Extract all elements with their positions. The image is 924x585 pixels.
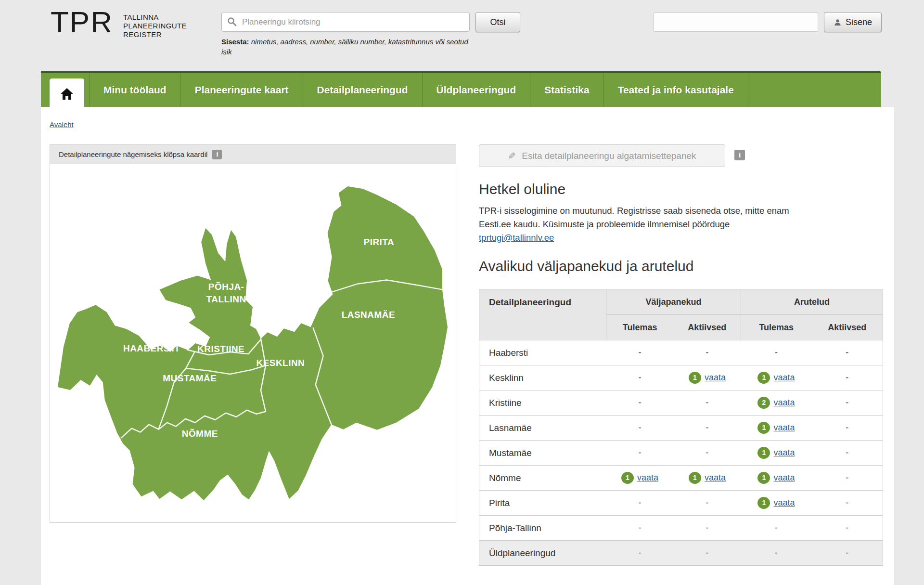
district-label-pirita[interactable]: PIRITA [364,237,395,247]
vaata-link[interactable]: vaata [705,373,726,382]
tallinn-districts-map[interactable]: PIRITA PÕHJA- TALLINN LASNAMÄE HAABERSTI… [50,164,456,521]
district-label-pohja[interactable]: PÕHJA- [208,282,244,292]
district-label-nomme[interactable]: NÕMME [182,429,218,439]
cell-value: - [606,441,673,466]
cell-value: - [811,390,883,416]
district-label-haabersti[interactable]: HAABERSTI [123,343,179,353]
cell-value: - [673,491,741,516]
login-button[interactable]: Sisene [824,12,882,32]
tab-minu-toolaud[interactable]: Minu töölaud [89,73,181,107]
cell-value: - [741,340,812,365]
exhibitions-heading: Avalikud väljapanekud ja arutelud [479,258,693,274]
cell-value: - [606,340,673,365]
subheader-aktiivsed: Aktiivsed [811,315,883,340]
cell-value: 1vaata [741,491,812,516]
map-panel-header: Detailplaneeringute nägemiseks klõpsa ka… [50,145,456,164]
cell-value: 1vaata [673,466,741,491]
row-label: Kesklinn [479,365,606,390]
tab-statistika[interactable]: Statistika [530,73,603,107]
row-label: Haabersti [479,340,606,365]
row-label: Lasnamäe [479,416,606,441]
cell-value: - [606,541,673,566]
search-hint-line1: nimetus, aadress, number, säiliku number… [251,38,468,46]
district-label-mustamae[interactable]: MUSTAMÄE [163,373,217,383]
count-badge: 1 [757,372,770,384]
vaata-link[interactable]: vaata [773,473,795,482]
important-text: TPR-i sisselogimine on muutunud. Registr… [479,204,883,245]
search-box [221,12,470,32]
login-button-label: Sisene [846,17,872,27]
vaata-link[interactable]: vaata [773,398,795,407]
support-email-link[interactable]: tprtugi@tallinnlv.ee [479,233,554,243]
count-badge: 1 [757,422,770,434]
info-icon[interactable]: i [212,150,222,159]
cell-value: 2vaata [741,390,812,416]
user-icon [834,18,842,26]
count-badge: 1 [757,447,770,459]
cell-value: - [606,390,673,416]
cell-value: - [606,416,673,441]
cell-value: - [673,441,741,466]
city-silhouette[interactable] [58,186,448,500]
tab-detailplaneeringud[interactable]: Detailplaneeringud [303,73,423,107]
cell-value: 1vaata [673,365,741,390]
login-input[interactable] [654,13,818,32]
tab-planeeringute-kaart[interactable]: Planeeringute kaart [181,73,303,107]
search-icon [227,17,237,26]
group-header-arutelud: Arutelud [741,289,883,315]
table-row-kristiine: Kristiine - - 2vaata - [479,390,883,416]
district-label-lasnamae[interactable]: LASNAMÄE [342,310,395,320]
cell-value: - [811,365,883,390]
search-button[interactable]: Otsi [475,12,520,32]
cell-value: - [673,541,741,566]
cell-value: - [673,390,741,416]
subheader-tulemas: Tulemas [741,315,812,340]
column-header-detailplaneeringud: Detailplaneeringud [479,289,606,340]
cell-value: - [811,491,883,516]
district-label-kristiine[interactable]: KRISTIINE [197,344,244,354]
map-panel-title: Detailplaneeringute nägemiseks klõpsa ka… [59,150,207,158]
cell-value: - [811,516,883,541]
cell-value: - [606,516,673,541]
cell-value: 1vaata [741,365,812,390]
district-label-tallinn[interactable]: TALLINN [206,294,246,304]
cell-value: 1vaata [741,416,812,441]
tab-home[interactable] [50,78,84,109]
tab-uldplaneeringud[interactable]: Üldplaneeringud [423,73,531,107]
district-label-kesklinn[interactable]: KESKLINN [256,358,305,368]
count-badge: 1 [757,472,770,484]
logo-line: PLANEERINGUTE [123,22,187,30]
cell-value: - [811,441,883,466]
submit-proposal-button[interactable]: ✎ Esita detailplaneeringu algatamisettep… [479,144,725,167]
table-row-mustamae: Mustamäe - - 1vaata - [479,441,883,466]
pencil-icon: ✎ [508,150,516,162]
page: TPR TALLINNA PLANEERINGUTE REGISTER Otsi… [0,0,924,585]
search-input[interactable] [221,12,470,32]
cell-value: - [606,365,673,390]
table-row-haabersti: Haabersti - - - - [479,340,883,365]
tab-teated-ja-info[interactable]: Teated ja info kasutajale [604,73,748,107]
table-row-uldplaneeringud: Üldplaneeringud - - - - [479,541,883,566]
cell-value: - [811,340,883,365]
logo-abbr[interactable]: TPR [51,5,113,39]
vaata-link[interactable]: vaata [637,473,658,482]
vaata-link[interactable]: vaata [773,448,795,457]
logo-text: TALLINNA PLANEERINGUTE REGISTER [123,13,187,39]
vaata-link[interactable]: vaata [705,473,726,482]
info-icon[interactable]: i [734,150,745,160]
cell-value: - [741,516,812,541]
vaata-link[interactable]: vaata [773,498,795,507]
row-label: Kristiine [479,390,606,416]
row-label: Mustamäe [479,441,606,466]
vaata-link[interactable]: vaata [773,423,795,432]
cell-value: - [673,416,741,441]
count-badge: 1 [689,372,701,384]
search-hint: Sisesta: nimetus, aadress, number, säili… [221,37,491,57]
cell-value: 1vaata [741,466,812,491]
cell-value: - [811,466,883,491]
breadcrumb-avaleht[interactable]: Avaleht [50,120,74,129]
table-row-nomme: Nõmme 1vaata 1vaata 1vaata - [479,466,883,491]
vaata-link[interactable]: vaata [773,373,795,382]
logo-line: TALLINNA [123,13,187,22]
count-badge: 1 [757,497,770,509]
